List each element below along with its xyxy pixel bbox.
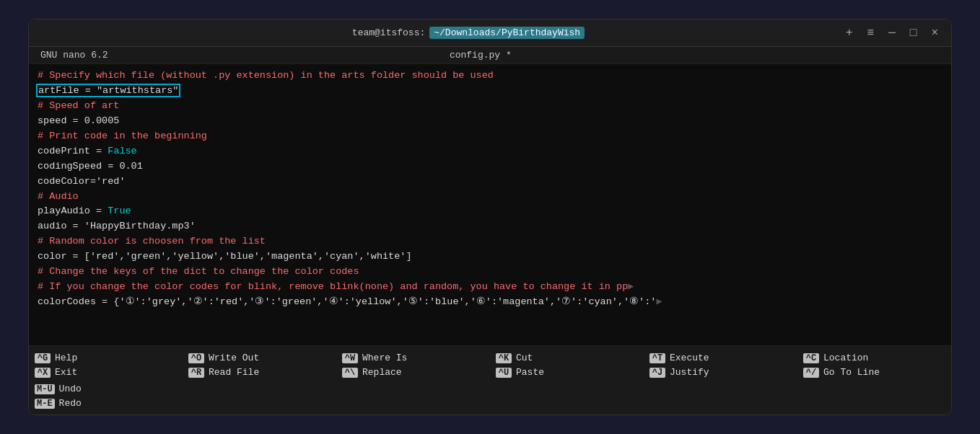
key-justify: ^J	[649, 368, 665, 378]
editor-content[interactable]: # Specify which file (without .py extens…	[29, 64, 951, 345]
line-5: # Print code in the beginning	[38, 129, 942, 144]
line-1: # Specify which file (without .py extens…	[38, 68, 942, 84]
status-write-read: ^O Write Out ^R Read File	[183, 350, 336, 381]
new-tab-btn[interactable]: +	[841, 25, 857, 41]
titlebar-title: team@itsfoss: ~/Downloads/PyBirthdayWish	[95, 27, 841, 39]
status-where-replace: ^W Where Is ^\ Replace	[336, 350, 490, 381]
key-read: ^R	[188, 368, 204, 378]
menu-btn[interactable]: ≡	[863, 25, 879, 41]
label-undo: Undo	[59, 383, 82, 396]
label-location: Location	[823, 352, 868, 365]
key-write: ^O	[188, 353, 204, 363]
maximize-btn[interactable]: □	[906, 25, 922, 41]
key-location: ^C	[803, 353, 819, 363]
status-undo-redo: M-U Undo M-E Redo	[29, 381, 183, 412]
statusbar: ^G Help ^X Exit ^O Write Out ^R Read Fil…	[29, 345, 951, 415]
key-paste: ^U	[496, 368, 512, 378]
label-replace: Replace	[362, 366, 402, 379]
label-paste: Paste	[516, 366, 544, 379]
line-6: codePrint = False	[38, 144, 942, 159]
editor-titlebar: GNU nano 6.2 config.py *	[29, 47, 951, 64]
key-goto: ^/	[803, 368, 819, 378]
key-help: ^G	[35, 353, 51, 363]
key-execute: ^T	[649, 353, 665, 363]
key-undo: M-U	[35, 384, 55, 394]
key-redo: M-E	[35, 399, 55, 409]
status-location-goto: ^C Location ^/ Go To Line	[797, 350, 951, 381]
close-btn[interactable]: ×	[927, 25, 942, 41]
status-execute-justify: ^T Execute ^J Justify	[644, 350, 797, 381]
status-help-exit: ^G Help ^X Exit	[29, 350, 183, 381]
line-2: artFile = "artwithstars"	[38, 84, 942, 99]
key-exit: ^X	[35, 368, 51, 378]
line-10: playAudio = True	[38, 204, 942, 219]
line-8: codeColor='red'	[38, 174, 942, 190]
line-7: codingSpeed = 0.01	[38, 159, 942, 174]
key-where: ^W	[342, 353, 358, 363]
label-execute: Execute	[670, 352, 709, 365]
titlebar-path: ~/Downloads/PyBirthdayWish	[429, 27, 585, 39]
line-4: speed = 0.0005	[38, 114, 942, 129]
status-cut-paste: ^K Cut ^U Paste	[490, 350, 644, 381]
line-12: # Random color is choosen from the list	[38, 234, 942, 249]
terminal-window: team@itsfoss: ~/Downloads/PyBirthdayWish…	[28, 19, 952, 415]
label-goto: Go To Line	[823, 366, 880, 379]
label-redo: Redo	[59, 397, 82, 410]
label-justify: Justify	[670, 366, 709, 379]
nano-version: GNU nano 6.2	[40, 50, 108, 61]
line-13: color = ['red','green','yellow','blue','…	[38, 249, 942, 265]
filename: config.py *	[450, 50, 512, 61]
line-16: colorCodes = {'①':'grey','②':'red','③':'…	[38, 295, 942, 310]
titlebar-user: team@itsfoss:	[352, 27, 425, 38]
line-15: # If you change the color codes for blin…	[38, 280, 942, 295]
line-3: # Speed of art	[38, 99, 942, 114]
label-cut: Cut	[516, 352, 533, 365]
label-help: Help	[55, 352, 77, 365]
label-read: Read File	[209, 366, 259, 379]
key-replace: ^\	[342, 368, 358, 378]
line-14: # Change the keys of the dict to change …	[38, 265, 942, 280]
label-write: Write Out	[209, 352, 259, 365]
minimize-btn[interactable]: ─	[884, 25, 900, 41]
label-where: Where Is	[362, 352, 407, 365]
label-exit: Exit	[55, 366, 77, 379]
key-cut: ^K	[496, 353, 512, 363]
titlebar-controls: + ≡ ─ □ ×	[841, 25, 942, 41]
line-9: # Audio	[38, 190, 942, 205]
titlebar: team@itsfoss: ~/Downloads/PyBirthdayWish…	[29, 19, 951, 47]
line-11: audio = 'HappyBirthday.mp3'	[38, 219, 942, 234]
